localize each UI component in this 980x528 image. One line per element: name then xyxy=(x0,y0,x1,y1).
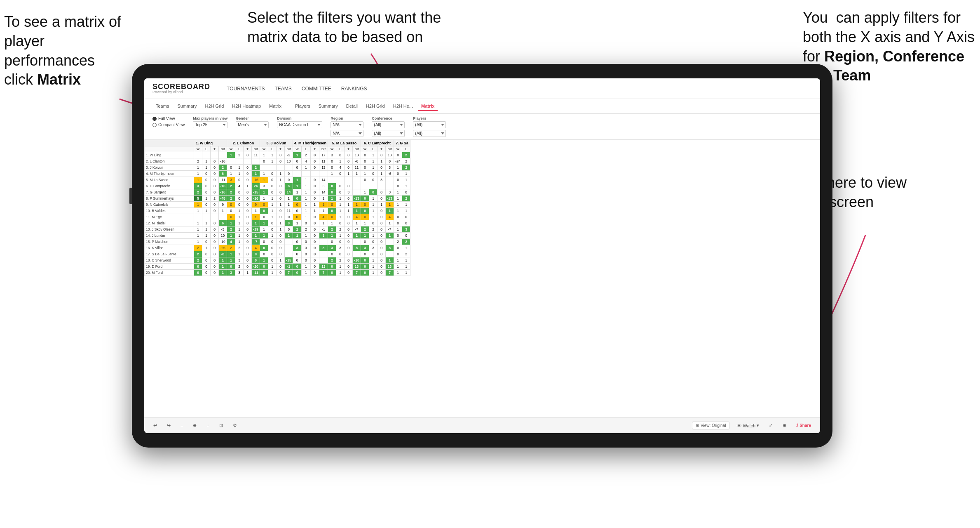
compact-view-option[interactable]: Compact View xyxy=(152,123,185,127)
watch-icon: 👁 xyxy=(737,423,741,428)
logo-title: SCOREBOARD xyxy=(152,83,210,90)
players-select-2[interactable]: (All) xyxy=(413,130,446,137)
row-4: 4. M Thorbjornsen 1006 1101 1010 1011 10… xyxy=(145,171,410,177)
player-10: 10. B Valdes xyxy=(145,208,194,214)
subnav-h2h-grid[interactable]: H2H Grid xyxy=(202,102,227,111)
sh-t1: T xyxy=(211,146,219,152)
compact-view-label: Compact View xyxy=(158,123,185,127)
players-label: Players xyxy=(413,116,446,120)
settings-button[interactable]: ⚙ xyxy=(230,422,239,429)
tablet-frame: SCOREBOARD Powered by clippd TOURNAMENTS… xyxy=(132,64,832,448)
player-3: 3. J Koivun xyxy=(145,165,194,171)
max-players-select[interactable]: Top 25 xyxy=(193,121,227,128)
region-select-2[interactable]: N/A xyxy=(331,130,363,137)
region-select-1[interactable]: N/A xyxy=(331,121,363,128)
share-icon: ⤴ xyxy=(796,423,798,428)
player-13: 13. J Skov Olesen xyxy=(145,226,194,233)
nav-rankings[interactable]: RANKINGS xyxy=(341,86,367,92)
subnav-h2h-grid-2[interactable]: H2H Grid xyxy=(363,102,388,111)
division-select[interactable]: NCAA Division I xyxy=(277,121,322,128)
sh-l1: L xyxy=(202,146,211,152)
grid-button[interactable]: ⊞ xyxy=(780,422,789,429)
subnav-h2hhe[interactable]: H2H He... xyxy=(390,102,416,111)
matrix-container[interactable]: 1. W Ding 2. L Clanton 3. J Koivun 4. M … xyxy=(144,140,820,417)
sh-t3: T xyxy=(277,146,285,152)
app-header: SCOREBOARD Powered by clippd TOURNAMENTS… xyxy=(144,78,820,99)
conference-select-2[interactable]: (All) xyxy=(372,130,405,137)
player-18: 18. C Sherwood xyxy=(145,257,194,264)
zoom-in-button[interactable]: + xyxy=(204,422,211,429)
row-18: 18. C Sherwood 2001 1300 101-15 000 220-… xyxy=(145,257,410,264)
annotation-topcenter: Select the filters you want the matrix d… xyxy=(247,8,445,47)
resize-button[interactable]: ⤢ xyxy=(767,422,775,429)
sh-l2: L xyxy=(235,146,244,152)
fit-button[interactable]: ⊡ xyxy=(217,422,225,429)
subnav-matrix-active[interactable]: Matrix xyxy=(418,102,438,111)
player-11: 11. M Ege xyxy=(145,214,194,220)
share-button[interactable]: ⤴ Share xyxy=(794,422,814,429)
share-label: Share xyxy=(799,423,811,428)
annotation-topcenter-text: Select the filters you want the matrix d… xyxy=(247,9,441,45)
player-14: 14. J Lundin xyxy=(145,233,194,239)
player-12: 12. M Riedel xyxy=(145,220,194,226)
row-17: 17. S De La Fuente 200-8 1100 000 000 00… xyxy=(145,251,410,257)
row-11: 11. M Ege 0101 0100 0104 0104 0104 00 xyxy=(145,214,410,220)
gender-select[interactable]: Men's xyxy=(236,121,269,128)
division-label: Division xyxy=(277,116,322,120)
player-17: 17. S De La Fuente xyxy=(145,251,194,257)
conference-select-1[interactable]: (All) xyxy=(372,121,405,128)
subnav-matrix[interactable]: Matrix xyxy=(266,102,285,111)
annotation-topleft: To see a matrix of player performances c… xyxy=(4,12,136,90)
view-original-icon: ⊞ xyxy=(696,423,699,428)
subnav-h2h-heatmap[interactable]: H2H Heatmap xyxy=(229,102,264,111)
players-select-1[interactable]: (All) xyxy=(413,121,446,128)
redo-button[interactable]: ↪ xyxy=(164,422,173,429)
max-players-filter: Max players in view Top 25 xyxy=(193,116,227,128)
scoreboard-logo: SCOREBOARD Powered by clippd xyxy=(152,83,210,94)
row-1: 1. W Ding 12011 110-2 12017 30013 01013 … xyxy=(145,152,410,158)
bottom-toolbar: ↩ ↪ − ⊕ + ⊡ ⚙ ⊞ View: Original 👁 Watch ▾… xyxy=(144,417,820,433)
row-3: 3. J Koivun 1102 0102 01013 04011 0103 1… xyxy=(145,165,410,171)
matrix-body: 1. W Ding 12011 110-2 12017 30013 01013 … xyxy=(145,152,410,276)
full-view-radio xyxy=(152,117,157,121)
annotation-topleft-text: To see a matrix of player performances c… xyxy=(4,13,121,88)
subnav-summary[interactable]: Summary xyxy=(174,102,200,111)
tablet-screen: SCOREBOARD Powered by clippd TOURNAMENTS… xyxy=(144,78,820,433)
player-16: 16. K Vilips xyxy=(145,245,194,251)
zoom-percent[interactable]: ⊕ xyxy=(190,422,199,429)
nav-committee[interactable]: COMMITTEE xyxy=(302,86,331,92)
nav-teams[interactable]: TEAMS xyxy=(274,86,291,92)
player-6: 6. C Lamprecht xyxy=(145,183,194,189)
sh-l5: L xyxy=(336,146,345,152)
subnav-detail[interactable]: Detail xyxy=(343,102,361,111)
nav-tournaments[interactable]: TOURNAMENTS xyxy=(227,86,265,92)
undo-button[interactable]: ↩ xyxy=(151,422,159,429)
col-header-lclanton: 2. L Clanton xyxy=(227,140,260,146)
division-filter: Division NCAA Division I xyxy=(277,116,322,128)
watch-button[interactable]: 👁 Watch ▾ xyxy=(734,422,762,429)
col-header-wding: 1. W Ding xyxy=(194,140,227,146)
player-2: 2. L Clanton xyxy=(145,158,194,165)
subnav-players-summary[interactable]: Summary xyxy=(315,102,341,111)
max-players-label: Max players in view xyxy=(193,116,227,120)
watch-label: Watch xyxy=(743,423,755,428)
subnav-players[interactable]: Players xyxy=(290,102,314,111)
player-4: 4. M Thorbjornsen xyxy=(145,171,194,177)
zoom-out-button[interactable]: − xyxy=(178,422,185,429)
sh-l6: L xyxy=(369,146,377,152)
full-view-option[interactable]: Full View xyxy=(152,116,185,121)
sh-t4: T xyxy=(310,146,319,152)
subnav-teams[interactable]: Teams xyxy=(152,102,172,111)
sh-dif1: Dif xyxy=(219,146,227,152)
player-19: 19. D Ford xyxy=(145,264,194,270)
col-header-clamprecht: 6. C Lamprecht xyxy=(361,140,394,146)
row-14: 14. J Lundin 11010 1101 1101 1101 1101 1… xyxy=(145,233,410,239)
sh-t5: T xyxy=(345,146,353,152)
view-original-button[interactable]: ⊞ View: Original xyxy=(692,422,730,429)
col-header-jkoivun: 3. J Koivun xyxy=(260,140,293,146)
player-15: 15. P Maichon xyxy=(145,239,194,245)
compact-view-radio xyxy=(152,123,157,127)
player-7: 7. G Sargent xyxy=(145,189,194,196)
gender-filter: Gender Men's xyxy=(236,116,269,128)
sh-w7: W xyxy=(394,146,402,152)
